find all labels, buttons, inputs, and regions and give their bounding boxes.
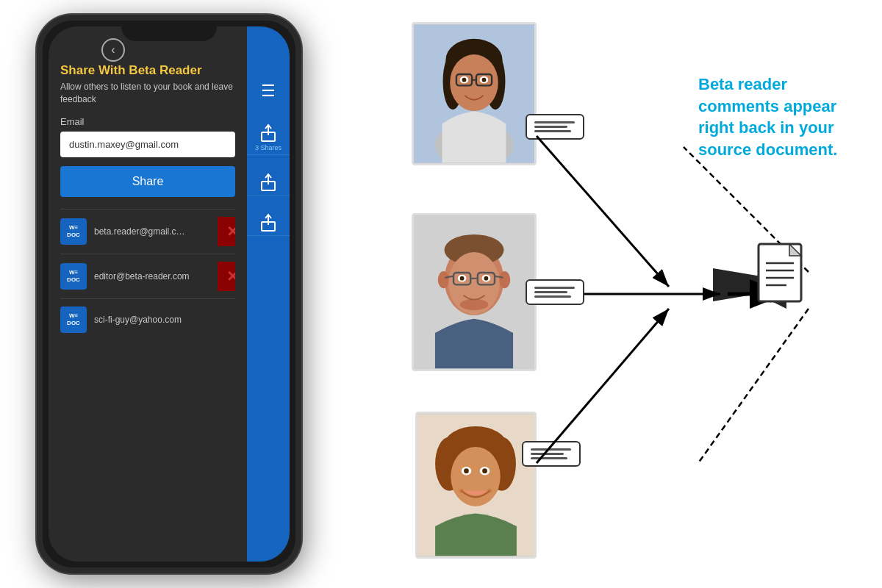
phone-notch — [121, 21, 217, 41]
svg-point-48 — [459, 489, 464, 493]
delete-icon-1: ✕ — [226, 223, 236, 240]
reader-row: W≡DOC editor@beta-reader.com ✕ — [60, 254, 235, 298]
svg-point-49 — [487, 489, 492, 493]
bubble-line — [534, 287, 575, 289]
shares-count-label: 3 Shares — [255, 144, 282, 151]
share-item-2[interactable] — [247, 161, 290, 196]
sidebar-right: ☰ 3 Shares — [247, 26, 290, 562]
delete-icon-2: ✕ — [226, 268, 236, 285]
reader-email-2: editor@beta-reader.com — [94, 271, 218, 282]
share-item-3[interactable] — [247, 201, 290, 236]
reader-list: W≡DOC beta.reader@gmail.c… ✕ W≡DOC edito… — [60, 209, 235, 340]
doc-icon-label: W≡DOC — [67, 269, 80, 283]
bubble-line — [534, 295, 571, 298]
share-upload-icon-2 — [259, 171, 277, 192]
bubble-line — [534, 130, 571, 132]
share-item-1[interactable]: 3 Shares — [247, 112, 290, 155]
bubble-line — [531, 457, 567, 459]
reader-email-1: beta.reader@gmail.c… — [94, 226, 218, 237]
avatar-top-image — [414, 24, 534, 163]
delete-button-1[interactable]: ✕ — [218, 217, 235, 246]
svg-point-23 — [438, 271, 449, 288]
back-button[interactable]: ‹ — [101, 38, 125, 62]
delete-button-2[interactable]: ✕ — [218, 262, 235, 291]
email-input[interactable] — [60, 132, 235, 157]
reader-email-3: sci-fi-guy@yahoo.com — [94, 315, 235, 325]
person-avatar-bot — [415, 412, 537, 559]
back-icon: ‹ — [111, 43, 115, 57]
svg-point-41 — [449, 431, 470, 448]
email-label: Email — [60, 116, 235, 127]
share-button[interactable]: Share — [60, 166, 235, 197]
svg-point-34 — [484, 276, 489, 281]
doc-icon: W≡DOC — [60, 263, 87, 290]
chat-bubble-mid — [526, 279, 584, 305]
svg-point-33 — [460, 276, 465, 281]
document-icon — [757, 243, 808, 309]
svg-point-47 — [482, 468, 487, 473]
doc-icon-label: W≡DOC — [67, 312, 80, 326]
svg-point-46 — [464, 468, 469, 473]
bubble-line — [531, 453, 564, 455]
avatar-bot-image — [417, 414, 534, 556]
phone-screen: ‹ Share With Beta Reader Allow others to… — [49, 26, 290, 562]
share-panel: ‹ Share With Beta Reader Allow others to… — [49, 26, 247, 562]
doc-icon-label: W≡DOC — [67, 224, 80, 238]
avatar-mid-image — [414, 215, 534, 369]
person-avatar-top — [412, 22, 537, 165]
doc-icon: W≡DOC — [60, 306, 87, 333]
hamburger-icon: ☰ — [261, 83, 276, 99]
share-upload-icon-1 — [259, 122, 277, 143]
svg-point-18 — [482, 78, 487, 82]
phone-mockup: ‹ Share With Beta Reader Allow others to… — [37, 15, 301, 573]
chat-bubble-top — [526, 114, 584, 140]
share-upload-icon-3 — [259, 212, 277, 232]
svg-point-24 — [499, 271, 510, 288]
bubble-line — [531, 448, 571, 451]
svg-point-35 — [460, 299, 489, 310]
beta-reader-annotation: Beta reader comments appear right back i… — [698, 74, 867, 161]
chat-bubble-bot — [522, 441, 581, 467]
reader-row: W≡DOC beta.reader@gmail.c… ✕ — [60, 209, 235, 254]
phone-shell: ‹ Share With Beta Reader Allow others to… — [37, 15, 301, 573]
share-title: Share With Beta Reader — [60, 63, 235, 78]
bubble-line — [534, 121, 575, 123]
bubble-line — [534, 126, 567, 128]
svg-point-42 — [481, 431, 502, 448]
bubble-line — [534, 291, 567, 293]
share-subtitle: Allow others to listen to your book and … — [60, 81, 235, 106]
svg-point-17 — [462, 78, 467, 82]
sidebar-header[interactable]: ☰ — [247, 71, 290, 112]
doc-icon: W≡DOC — [60, 218, 87, 245]
right-panel: Beta reader comments appear right back i… — [316, 0, 882, 588]
reader-row: W≡DOC sci-fi-guy@yahoo.com — [60, 298, 235, 340]
person-avatar-mid — [412, 213, 537, 371]
